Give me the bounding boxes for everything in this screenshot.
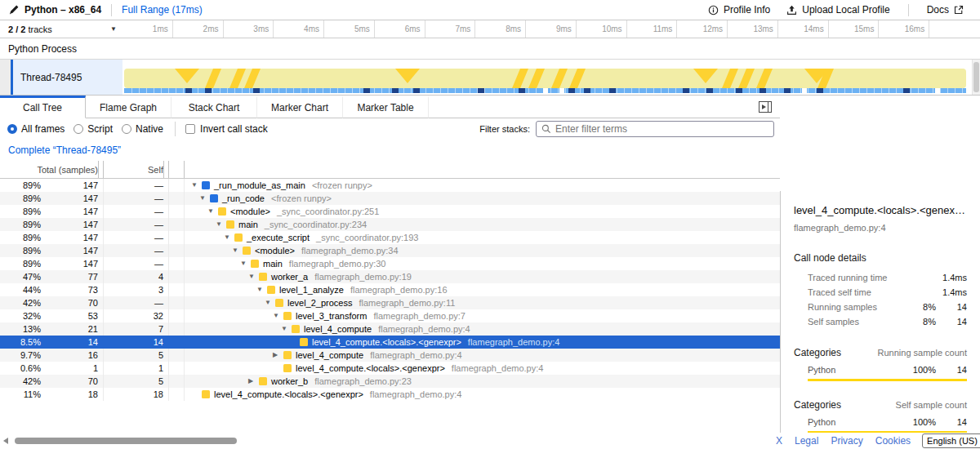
- row-call-node[interactable]: ▼<module>flamegraph_demo.py:34: [185, 244, 780, 257]
- expand-twisty-icon[interactable]: ▼: [281, 322, 292, 336]
- scroll-left-arrow-icon[interactable]: [3, 438, 8, 444]
- tab-stack-chart[interactable]: Stack Chart: [172, 96, 257, 118]
- expand-twisty-icon[interactable]: ▼: [256, 283, 267, 296]
- table-row[interactable]: 11%1818level_4_compute.<locals>.<genexpr…: [0, 388, 780, 401]
- profile-info-button[interactable]: Profile Info: [700, 4, 778, 16]
- row-call-node[interactable]: level_4_compute.<locals>.<genexpr>flameg…: [185, 389, 780, 399]
- row-call-node[interactable]: ▼level_2_processflamegraph_demo.py:11: [185, 296, 780, 309]
- header-divider: [111, 4, 112, 16]
- column-separator: [169, 218, 185, 231]
- tracks-dropdown[interactable]: 2 / 2 tracks ▼: [0, 20, 122, 38]
- open-sidebar-icon[interactable]: [759, 101, 772, 113]
- table-row[interactable]: 44%733▼level_1_analyzeflamegraph_demo.py…: [0, 283, 780, 296]
- upload-profile-button[interactable]: Upload Local Profile: [778, 4, 898, 16]
- expand-twisty-icon[interactable]: ▼: [191, 179, 202, 192]
- function-name: level_3_transform: [296, 311, 367, 321]
- row-call-node[interactable]: ▶worker_bflamegraph_demo.py:23: [185, 375, 780, 388]
- column-header-total[interactable]: Total (samples): [0, 165, 98, 175]
- table-row[interactable]: 89%147—▼mainflamegraph_demo.py:30: [0, 257, 780, 270]
- row-total-percent: 89%: [0, 220, 41, 229]
- scrollbar-thumb[interactable]: [973, 62, 979, 92]
- function-name: level_4_compute.<locals>.<genexpr>: [296, 363, 445, 373]
- table-row[interactable]: 13%217▼level_4_computeflamegraph_demo.py…: [0, 322, 780, 336]
- radio-dot[interactable]: [7, 124, 17, 134]
- column-resize-handle[interactable]: [98, 161, 104, 178]
- table-row[interactable]: 8.5%1414level_4_compute.<locals>.<genexp…: [0, 336, 780, 349]
- tab-marker-table[interactable]: Marker Table: [343, 96, 429, 118]
- table-row[interactable]: 47%774▼worker_aflamegraph_demo.py:19: [0, 270, 780, 283]
- column-resize-handle[interactable]: [163, 161, 169, 178]
- row-call-node[interactable]: ▶level_4_computeflamegraph_demo.py:4: [185, 349, 780, 362]
- complete-thread-link[interactable]: Complete “Thread-78495”: [8, 144, 121, 156]
- expand-twisty-icon[interactable]: ▼: [224, 231, 234, 244]
- docs-button[interactable]: Docs: [919, 4, 972, 16]
- table-row[interactable]: 0.6%11level_4_compute.<locals>.<genexpr>…: [0, 362, 780, 375]
- footer-link-cookies[interactable]: Cookies: [875, 435, 911, 447]
- footer-link-x[interactable]: X: [776, 435, 782, 447]
- row-call-node[interactable]: ▼level_1_analyzeflamegraph_demo.py:16: [185, 283, 780, 296]
- row-total-percent: 89%: [0, 207, 41, 216]
- row-call-node[interactable]: ▼worker_aflamegraph_demo.py:19: [185, 270, 780, 283]
- row-call-node[interactable]: ▼<module>_sync_coordinator.py:251: [185, 205, 780, 218]
- expand-twisty-icon[interactable]: ▼: [232, 244, 243, 257]
- table-row[interactable]: 9.7%165▶level_4_computeflamegraph_demo.p…: [0, 349, 780, 362]
- column-separator: [98, 244, 104, 257]
- expand-twisty-icon[interactable]: ▼: [240, 257, 251, 270]
- thread-track-label[interactable]: Thread-78495: [0, 60, 122, 95]
- footer-link-legal[interactable]: Legal: [795, 435, 818, 447]
- tab-flame-graph[interactable]: Flame Graph: [86, 96, 172, 118]
- filter-stacks-input[interactable]: [555, 123, 768, 135]
- radio-dot[interactable]: [122, 124, 131, 134]
- full-range-button[interactable]: Full Range (17ms): [122, 4, 203, 16]
- expand-twisty-icon[interactable]: ▼: [216, 218, 226, 231]
- row-call-node[interactable]: ▼level_3_transformflamegraph_demo.py:7: [185, 309, 780, 322]
- radio-all-frames[interactable]: All frames: [7, 123, 65, 135]
- expand-twisty-icon[interactable]: ▼: [248, 270, 259, 283]
- radio-script[interactable]: Script: [74, 123, 113, 135]
- expand-twisty-icon[interactable]: ▶: [273, 349, 283, 362]
- radio-native[interactable]: Native: [122, 123, 163, 135]
- row-call-node[interactable]: ▼main_sync_coordinator.py:234: [185, 218, 780, 231]
- row-call-node[interactable]: ▼_run_code<frozen runpy>: [185, 192, 780, 205]
- invert-call-stack-checkbox[interactable]: [185, 124, 195, 134]
- table-row[interactable]: 42%705▶worker_bflamegraph_demo.py:23: [0, 375, 780, 388]
- row-call-node[interactable]: ▼level_4_computeflamegraph_demo.py:4: [185, 322, 780, 336]
- filter-stacks-field[interactable]: [536, 121, 774, 137]
- language-select[interactable]: English (US): [922, 433, 980, 448]
- table-row[interactable]: 89%147—▼_execute_script_sync_coordinator…: [0, 231, 780, 244]
- profile-name[interactable]: Python – x86_64: [0, 4, 101, 16]
- expand-twisty-icon[interactable]: ▶: [248, 375, 259, 388]
- thread-activity-graph[interactable]: [122, 60, 980, 95]
- expand-twisty-icon[interactable]: ▼: [265, 296, 275, 309]
- scrollbar-thumb[interactable]: [15, 438, 237, 444]
- column-header-self[interactable]: Self: [104, 165, 163, 175]
- table-row[interactable]: 32%5332▼level_3_transformflamegraph_demo…: [0, 309, 780, 322]
- timeline-vertical-scrollbar[interactable]: [972, 60, 980, 95]
- track-thread[interactable]: Thread-78495: [0, 59, 980, 96]
- tab-marker-chart[interactable]: Marker Chart: [257, 96, 343, 118]
- expand-twisty-icon[interactable]: ▼: [273, 309, 283, 322]
- row-call-node[interactable]: ▼_execute_script_sync_coordinator.py:193: [185, 231, 780, 244]
- table-row[interactable]: 89%147—▼<module>flamegraph_demo.py:34: [0, 244, 780, 257]
- table-row[interactable]: 89%147—▼main_sync_coordinator.py:234: [0, 218, 780, 231]
- table-row[interactable]: 42%70—▼level_2_processflamegraph_demo.py…: [0, 296, 780, 309]
- column-separator: [98, 362, 104, 375]
- timeline-ruler[interactable]: 1ms2ms3ms4ms5ms6ms7ms8ms9ms10ms11ms12ms1…: [122, 20, 980, 38]
- radio-dot[interactable]: [74, 124, 83, 134]
- table-row[interactable]: 89%147—▼_run_code<frozen runpy>: [0, 192, 780, 205]
- radio-label: Native: [136, 123, 163, 135]
- expand-twisty-icon[interactable]: ▼: [207, 205, 218, 218]
- table-row[interactable]: 89%147—▼_run_module_as_main<frozen runpy…: [0, 179, 780, 192]
- row-call-node[interactable]: ▼mainflamegraph_demo.py:30: [185, 257, 780, 270]
- expand-twisty-icon[interactable]: ▼: [199, 192, 210, 205]
- file-line: flamegraph_demo.py:11: [359, 298, 456, 308]
- horizontal-scrollbar[interactable]: [0, 433, 768, 449]
- row-call-node[interactable]: level_4_compute.<locals>.<genexpr>flameg…: [185, 337, 780, 347]
- tab-call-tree[interactable]: Call Tree: [0, 96, 86, 118]
- row-call-node[interactable]: level_4_compute.<locals>.<genexpr>flameg…: [185, 363, 780, 373]
- footer-link-privacy[interactable]: Privacy: [831, 435, 862, 447]
- table-row[interactable]: 89%147—▼<module>_sync_coordinator.py:251: [0, 205, 780, 218]
- column-resize-handle[interactable]: [169, 161, 185, 178]
- track-python-process[interactable]: Python Process: [0, 38, 980, 59]
- row-call-node[interactable]: ▼_run_module_as_main<frozen runpy>: [185, 179, 780, 192]
